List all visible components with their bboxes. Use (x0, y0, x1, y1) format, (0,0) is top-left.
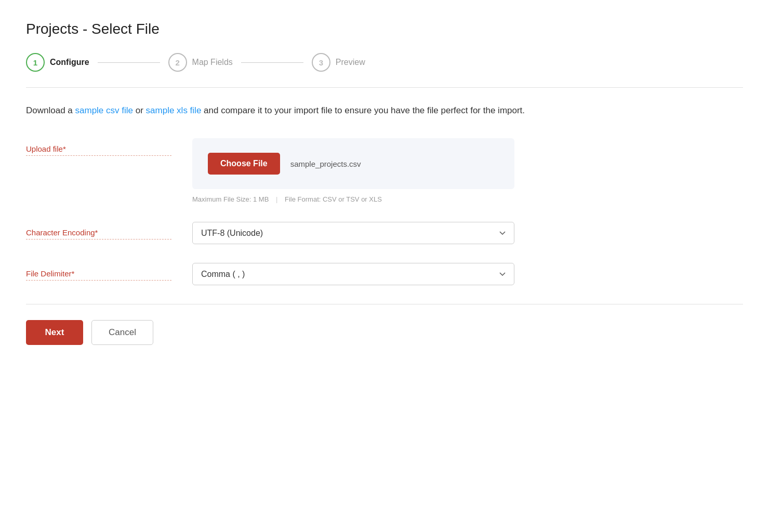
top-divider (26, 87, 743, 88)
hint-separator: | (276, 195, 277, 203)
encoding-control: UTF-8 (Unicode) UTF-16 ISO-8859-1 Window… (192, 222, 743, 244)
upload-file-label: Upload file* (26, 138, 171, 156)
step-2: 2 Map Fields (168, 53, 233, 72)
description-text: Download a sample csv file or sample xls… (26, 103, 598, 117)
delimiter-row: File Delimiter* Comma ( , ) Tab ( \t ) S… (26, 263, 743, 285)
stepper: 1 Configure 2 Map Fields 3 Preview (26, 53, 743, 72)
page-title: Projects - Select File (26, 21, 743, 37)
encoding-row: Character Encoding* UTF-8 (Unicode) UTF-… (26, 222, 743, 244)
step-1-label: Configure (50, 58, 89, 67)
bottom-divider (26, 304, 743, 304)
description-prefix: Download a (26, 105, 75, 115)
description-middle: or (136, 105, 146, 115)
choose-file-button[interactable]: Choose File (208, 153, 280, 175)
delimiter-control: Comma ( , ) Tab ( \t ) Semicolon ( ; ) P… (192, 263, 743, 285)
file-upload-box: Choose File sample_projects.csv (192, 138, 514, 189)
upload-file-row: Upload file* Choose File sample_projects… (26, 138, 743, 203)
sample-csv-link[interactable]: sample csv file (75, 105, 133, 115)
upload-file-control: Choose File sample_projects.csv Maximum … (192, 138, 743, 203)
actions-bar: Next Cancel (26, 320, 743, 345)
selected-file-name: sample_projects.csv (290, 159, 361, 168)
delimiter-label: File Delimiter* (26, 263, 171, 281)
step-3: 3 Preview (312, 53, 365, 72)
file-hint: Maximum File Size: 1 MB | File Format: C… (192, 195, 743, 203)
encoding-select[interactable]: UTF-8 (Unicode) UTF-16 ISO-8859-1 Window… (192, 222, 514, 244)
cancel-button[interactable]: Cancel (91, 320, 153, 345)
next-button[interactable]: Next (26, 320, 83, 345)
step-1-circle: 1 (26, 53, 45, 72)
step-3-circle: 3 (312, 53, 330, 72)
encoding-label: Character Encoding* (26, 222, 171, 240)
step-2-circle: 2 (168, 53, 187, 72)
step-connector-1 (98, 62, 160, 63)
step-2-label: Map Fields (192, 58, 233, 67)
file-size-hint: Maximum File Size: 1 MB (192, 195, 269, 203)
delimiter-select[interactable]: Comma ( , ) Tab ( \t ) Semicolon ( ; ) P… (192, 263, 514, 285)
step-1: 1 Configure (26, 53, 89, 72)
file-format-hint: File Format: CSV or TSV or XLS (285, 195, 382, 203)
sample-xls-link[interactable]: sample xls file (146, 105, 202, 115)
step-3-label: Preview (336, 58, 365, 67)
step-connector-2 (241, 62, 303, 63)
description-suffix: and compare it to your import file to en… (204, 105, 525, 115)
